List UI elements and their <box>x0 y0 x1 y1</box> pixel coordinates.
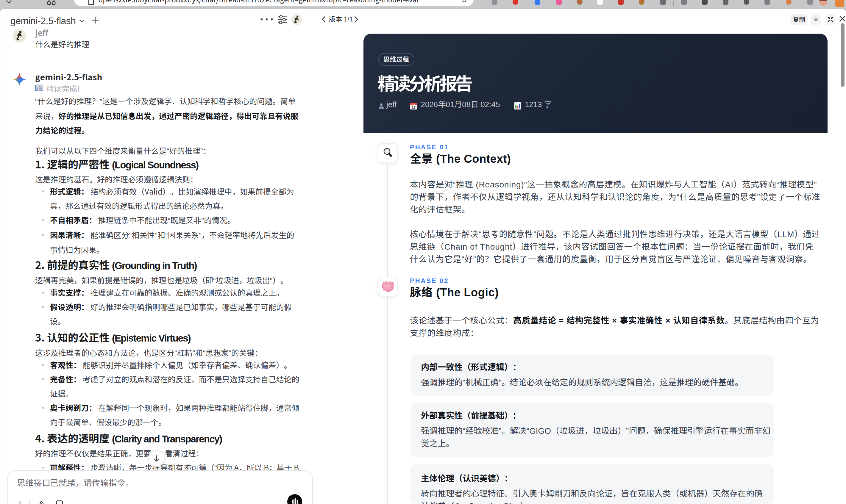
svg-text:17: 17 <box>412 105 416 109</box>
